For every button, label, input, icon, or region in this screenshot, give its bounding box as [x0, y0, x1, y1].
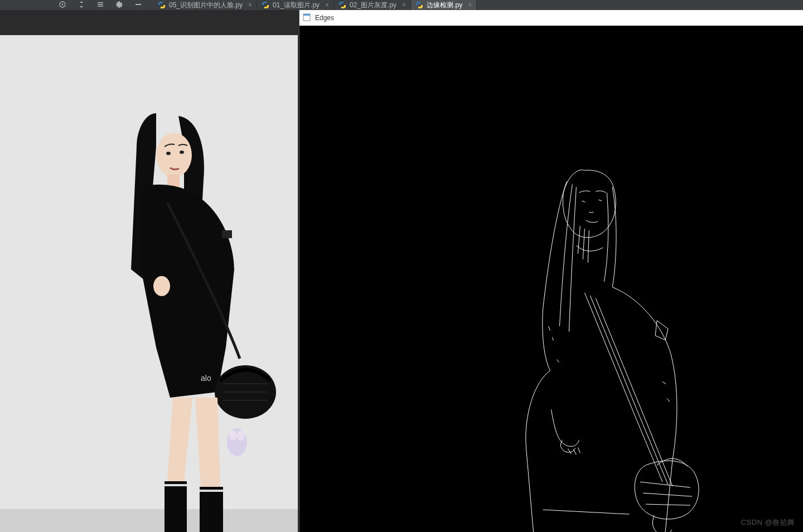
svg-rect-25: [165, 484, 187, 486]
svg-rect-30: [323, 26, 779, 532]
ide-top-bar: 05_识别图片中的人脸.py × 01_读取图片.py × 02_图片灰度.py…: [0, 0, 803, 10]
svg-rect-4: [98, 6, 103, 7]
svg-rect-24: [200, 487, 223, 532]
tab-file-2[interactable]: 02_图片灰度.py ×: [334, 0, 411, 10]
svg-point-13: [156, 133, 192, 177]
minus-icon[interactable]: [134, 1, 142, 10]
python-icon: [415, 1, 423, 9]
edges-output-window: Edges: [299, 10, 803, 532]
tab-file-3[interactable]: 边缘检测.py ×: [411, 0, 477, 10]
svg-rect-26: [200, 490, 223, 492]
svg-point-1: [62, 3, 64, 5]
svg-rect-3: [98, 4, 103, 5]
close-icon[interactable]: ×: [402, 1, 406, 9]
svg-point-14: [166, 152, 171, 155]
up-down-icon[interactable]: [78, 1, 85, 10]
svg-point-21: [237, 431, 245, 441]
svg-rect-23: [165, 481, 187, 532]
target-icon[interactable]: [59, 1, 66, 10]
edges-titlebar[interactable]: Edges: [299, 10, 803, 26]
svg-point-20: [229, 431, 237, 441]
edge-detection-output: [299, 26, 803, 532]
window-icon: [303, 13, 311, 23]
svg-rect-17: [222, 230, 232, 238]
toolbar-icon-group: [59, 1, 142, 10]
svg-rect-12: [0, 509, 298, 532]
original-photo-pane: alo: [0, 35, 298, 532]
tab-label: 01_读取图片.py: [273, 1, 320, 10]
python-icon: [262, 1, 269, 9]
svg-point-27: [153, 276, 170, 296]
python-icon: [158, 1, 166, 9]
svg-point-15: [180, 151, 184, 154]
tab-label: 02_图片灰度.py: [350, 1, 396, 10]
tab-label: 05_识别图片中的人脸.py: [169, 1, 243, 10]
tab-file-1[interactable]: 01_读取图片.py ×: [257, 0, 334, 10]
svg-rect-2: [98, 2, 103, 3]
tab-label: 边缘检测.py: [427, 1, 462, 10]
svg-point-19: [227, 428, 247, 456]
editor-tabs: 05_识别图片中的人脸.py × 01_读取图片.py × 02_图片灰度.py…: [153, 0, 477, 10]
close-icon[interactable]: ×: [468, 1, 472, 9]
tab-file-0[interactable]: 05_识别图片中的人脸.py ×: [153, 0, 257, 10]
close-icon[interactable]: ×: [325, 1, 329, 9]
svg-rect-29: [303, 14, 310, 16]
edges-title: Edges: [315, 14, 334, 22]
svg-text:alo: alo: [201, 374, 211, 383]
svg-rect-5: [136, 4, 141, 5]
watermark-text: CSDN @叁拾舞: [741, 518, 795, 528]
edges-canvas: [299, 26, 803, 532]
python-icon: [338, 1, 346, 9]
list-icon[interactable]: [96, 1, 104, 10]
photo-illustration: alo: [0, 35, 298, 532]
gear-icon[interactable]: [115, 1, 123, 10]
close-icon[interactable]: ×: [248, 1, 252, 9]
